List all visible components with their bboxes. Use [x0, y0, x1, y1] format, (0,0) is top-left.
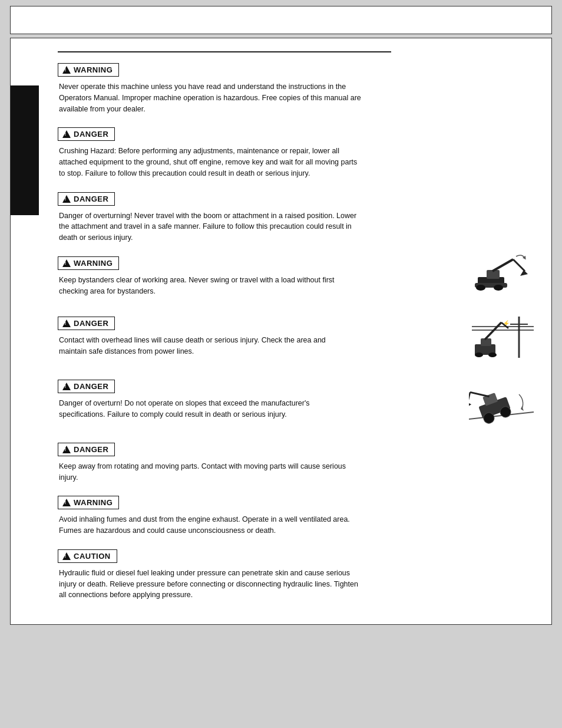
svg-point-3	[494, 285, 503, 291]
danger-label-3: DANGER	[74, 319, 108, 328]
warning-text-3: Avoid inhaling fumes and dust from the e…	[58, 514, 364, 536]
excavator-swing-illustration	[472, 253, 534, 298]
warning-label-2: WARNING	[74, 259, 113, 268]
section-title-line	[58, 49, 391, 52]
danger-triangle-icon-1	[62, 130, 71, 138]
warning-label-1: WARNING	[74, 65, 113, 74]
overturn-danger-illustration	[469, 377, 534, 424]
danger-badge-4: DANGER	[58, 380, 115, 393]
svg-line-24	[469, 392, 473, 403]
danger-triangle-icon-5	[62, 446, 71, 453]
notice-warning-1: WARNING Never operate this machine unles…	[58, 63, 534, 114]
notice-danger-3: DANGER Contact with overhead lines will …	[58, 317, 534, 367]
notice-danger-2: DANGER Danger of overturning! Never trav…	[58, 192, 534, 243]
top-box	[10, 6, 552, 34]
warning-triangle-icon-2	[62, 259, 71, 267]
danger-triangle-icon-4	[62, 383, 71, 390]
danger-text-5: Keep away from rotating and moving parts…	[58, 461, 364, 483]
left-tab	[11, 85, 39, 215]
danger-badge-5: DANGER	[58, 443, 115, 456]
notice-danger-5: DANGER Keep away from rotating and movin…	[58, 443, 534, 483]
svg-point-14	[488, 353, 497, 357]
caution-label-1: CAUTION	[74, 552, 111, 561]
danger-badge-2: DANGER	[58, 192, 115, 206]
warning-badge-1: WARNING	[58, 63, 119, 77]
warning-badge-2: WARNING	[58, 256, 119, 270]
caution-text-1: Hydraulic fluid or diesel fuel leaking u…	[58, 568, 364, 601]
warning-triangle-icon-1	[62, 66, 71, 74]
warning-text-1: Never operate this machine unless you ha…	[58, 81, 364, 114]
danger-label-2: DANGER	[74, 195, 108, 203]
danger-text-3: Contact with overhead lines will cause d…	[58, 335, 340, 357]
notice-danger-1: DANGER Crushing Hazard: Before performin…	[58, 127, 534, 179]
danger-triangle-icon-2	[62, 195, 71, 203]
danger-label-4: DANGER	[74, 382, 108, 391]
danger-triangle-icon-3	[62, 319, 71, 327]
svg-line-6	[513, 259, 525, 271]
danger-text-2: Danger of overturning! Never travel with…	[58, 210, 364, 243]
danger-text-1: Crushing Hazard: Before performing any a…	[58, 146, 364, 179]
warning-triangle-icon-3	[62, 499, 71, 506]
notice-warning-3: WARNING Avoid inhaling fumes and dust fr…	[58, 496, 534, 536]
warning-label-3: WARNING	[74, 498, 113, 507]
main-box: WARNING Never operate this machine unles…	[10, 38, 552, 625]
danger-badge-3: DANGER	[58, 317, 115, 330]
warning-text-2: Keep bystanders clear of working area. N…	[58, 275, 340, 297]
caution-badge-1: CAUTION	[58, 549, 117, 563]
powerline-danger-illustration: ⚡	[472, 314, 534, 361]
danger-label-5: DANGER	[74, 445, 108, 454]
danger-badge-1: DANGER	[58, 127, 115, 141]
danger-label-1: DANGER	[74, 130, 108, 139]
page-wrapper: WARNING Never operate this machine unles…	[10, 6, 552, 625]
svg-line-16	[485, 322, 501, 340]
notice-caution-1: CAUTION Hydraulic fluid or diesel fuel l…	[58, 549, 534, 601]
notice-warning-2: WARNING Keep bystanders clear of working…	[58, 256, 534, 304]
svg-line-5	[492, 259, 513, 271]
svg-point-2	[476, 285, 485, 291]
notice-danger-4: DANGER Danger of overturn! Do not operat…	[58, 380, 534, 430]
svg-point-13	[475, 353, 483, 357]
warning-badge-3: WARNING	[58, 496, 119, 509]
danger-text-4: Danger of overturn! Do not operate on sl…	[58, 398, 340, 420]
caution-triangle-icon-1	[62, 552, 71, 560]
